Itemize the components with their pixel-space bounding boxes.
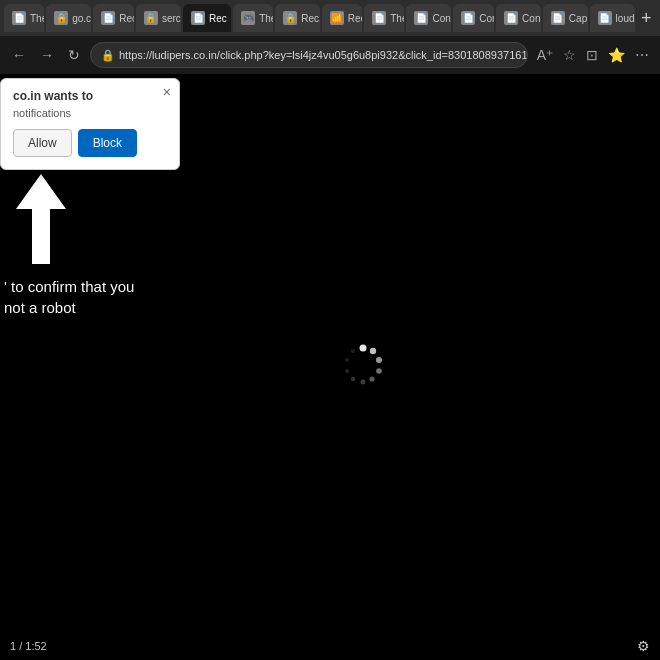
tab-8[interactable]: 📶 Rec — [322, 4, 363, 32]
popup-site-name: co.in wants to — [13, 89, 167, 103]
tab-label-11: Con — [479, 13, 494, 24]
svg-point-7 — [351, 377, 355, 381]
tab-7[interactable]: 🔒 Rec.. — [275, 4, 319, 32]
new-tab-button[interactable]: + — [637, 4, 656, 32]
tab-1[interactable]: 📄 The — [4, 4, 44, 32]
tab-9[interactable]: 📄 The — [364, 4, 404, 32]
more-actions-icon[interactable]: ⋯ — [632, 44, 652, 66]
confirm-line1: ' to confirm that you — [4, 276, 134, 297]
tab-favicon-9: 📄 — [372, 11, 386, 25]
arrow-overlay: ' to confirm that you not a robot — [0, 174, 134, 318]
tab-favicon-13: 📄 — [551, 11, 565, 25]
tab-label-13: Cap.. — [569, 13, 588, 24]
tab-favicon-11: 📄 — [461, 11, 475, 25]
tab-label-1: The — [30, 13, 44, 24]
popup-close-button[interactable]: × — [163, 85, 171, 99]
tab-favicon-4: 🔒 — [144, 11, 158, 25]
svg-point-4 — [376, 368, 382, 374]
svg-point-6 — [361, 380, 366, 385]
refresh-button[interactable]: ↻ — [64, 43, 84, 67]
confirm-line2: not a robot — [4, 297, 134, 318]
allow-button[interactable]: Allow — [13, 129, 72, 157]
overlay-confirm-text: ' to confirm that you not a robot — [0, 276, 134, 318]
tab-6[interactable]: 🎮 The — [233, 4, 273, 32]
tab-label-8: Rec — [348, 13, 363, 24]
tab-14[interactable]: 📄 loud.. — [590, 4, 635, 32]
add-favorites-icon[interactable]: ⭐ — [605, 44, 628, 66]
split-screen-icon[interactable]: ⊡ — [583, 44, 601, 66]
loading-spinner — [338, 340, 388, 390]
tab-favicon-14: 📄 — [598, 11, 612, 25]
address-bar: ← → ↻ 🔒 https://ludipers.co.in/click.php… — [0, 36, 660, 74]
svg-point-10 — [351, 349, 355, 353]
tab-bar: 📄 The 🔒 go.c.. 📄 Rec 🔒 serc.. 📄 Rec × 🎮 … — [0, 0, 660, 36]
tab-label-10: Con.. — [432, 13, 451, 24]
forward-button[interactable]: → — [36, 43, 58, 67]
svg-marker-0 — [16, 174, 66, 264]
tab-2[interactable]: 🔒 go.c.. — [46, 4, 91, 32]
tab-label-9: The — [390, 13, 404, 24]
tab-12[interactable]: 📄 Con.. — [496, 4, 541, 32]
tab-label-2: go.c.. — [72, 13, 91, 24]
svg-point-3 — [376, 357, 382, 363]
tab-favicon-10: 📄 — [414, 11, 428, 25]
tab-label-5: Rec — [209, 13, 227, 24]
read-aloud-icon[interactable]: A⁺ — [534, 44, 556, 66]
url-bar[interactable]: 🔒 https://ludipers.co.in/click.php?key=l… — [90, 42, 528, 68]
tab-favicon-2: 🔒 — [54, 11, 68, 25]
favorites-icon[interactable]: ☆ — [560, 44, 579, 66]
svg-point-5 — [369, 376, 374, 381]
tab-label-12: Con.. — [522, 13, 541, 24]
tab-label-6: The — [259, 13, 273, 24]
video-time: 1 / 1:52 — [10, 640, 47, 652]
spinner-container — [338, 340, 388, 394]
tab-favicon-8: 📶 — [330, 11, 344, 25]
tab-4[interactable]: 🔒 serc.. — [136, 4, 181, 32]
tab-favicon-12: 📄 — [504, 11, 518, 25]
url-text: https://ludipers.co.in/click.php?key=lsi… — [119, 49, 528, 61]
svg-point-8 — [345, 369, 349, 373]
tab-favicon-7: 🔒 — [283, 11, 297, 25]
tab-label-4: serc.. — [162, 13, 181, 24]
video-bottom-bar: 1 / 1:52 ⚙ — [0, 632, 660, 660]
tab-favicon-5: 📄 — [191, 11, 205, 25]
tab-5-active[interactable]: 📄 Rec × — [183, 4, 231, 32]
notification-popup: × co.in wants to notifications Allow Blo… — [0, 78, 180, 170]
tab-11[interactable]: 📄 Con — [453, 4, 494, 32]
browser-chrome: 📄 The 🔒 go.c.. 📄 Rec 🔒 serc.. 📄 Rec × 🎮 … — [0, 0, 660, 74]
arrow-up-icon — [16, 174, 66, 264]
tab-favicon-3: 📄 — [101, 11, 115, 25]
popup-message: notifications — [13, 107, 167, 119]
video-settings-icon[interactable]: ⚙ — [637, 638, 650, 654]
tab-3[interactable]: 📄 Rec — [93, 4, 134, 32]
tab-13[interactable]: 📄 Cap.. — [543, 4, 588, 32]
address-actions: A⁺ ☆ ⊡ ⭐ ⋯ — [534, 44, 652, 66]
tab-label-14: loud.. — [616, 13, 635, 24]
tab-label-7: Rec.. — [301, 13, 319, 24]
tab-10[interactable]: 📄 Con.. — [406, 4, 451, 32]
tab-label-3: Rec — [119, 13, 134, 24]
popup-buttons: Allow Block — [13, 129, 167, 157]
svg-point-2 — [370, 348, 376, 354]
block-button[interactable]: Block — [78, 129, 137, 157]
tab-favicon-1: 📄 — [12, 11, 26, 25]
back-button[interactable]: ← — [8, 43, 30, 67]
svg-point-1 — [360, 345, 367, 352]
tab-favicon-6: 🎮 — [241, 11, 255, 25]
main-content: × co.in wants to notifications Allow Blo… — [0, 74, 660, 660]
svg-point-9 — [345, 358, 349, 362]
lock-icon: 🔒 — [101, 49, 115, 62]
